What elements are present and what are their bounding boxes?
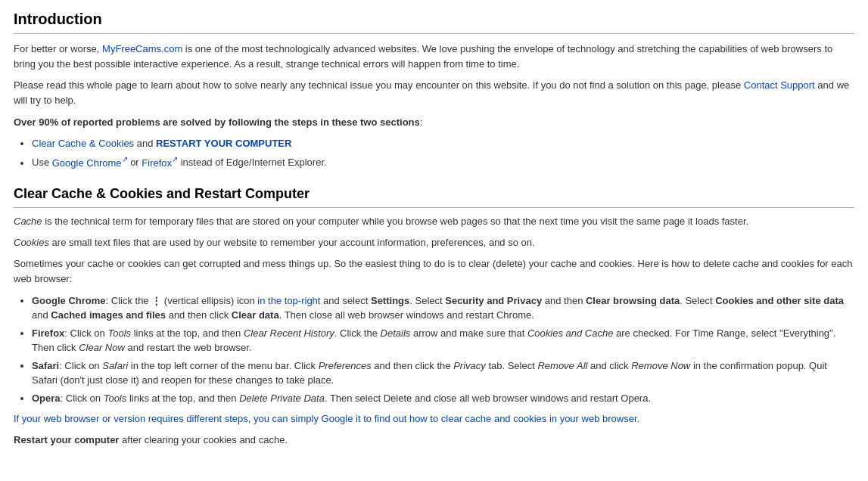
google-hint: If your web browser or version requires … [14, 411, 854, 427]
bold-note: Over 90% of reported problems are solved… [14, 115, 854, 130]
cookies-paragraph: Cookies are small text files that are us… [14, 235, 854, 250]
intro-list-item-2: Use Google Chrome or Firefox instead of … [32, 154, 854, 170]
intro-title: Introduction [14, 8, 854, 34]
restart-bold-text: Restart your computer [14, 434, 119, 445]
firefox-link[interactable]: Firefox [142, 157, 178, 169]
opera-item: Opera: Click on Tools links at the top, … [32, 391, 854, 406]
cookies-label: Cookies [14, 237, 49, 248]
sometimes-paragraph: Sometimes your cache or cookies can get … [14, 256, 854, 287]
section-title: Clear Cache & Cookies and Restart Comput… [14, 184, 854, 208]
cache-label: Cache [14, 216, 42, 227]
safari-browser-label: Safari [32, 360, 59, 371]
restart-computer-link[interactable]: RESTART YOUR COMPUTER [156, 138, 291, 149]
restart-after-text: after clearing your cookies and cache. [119, 434, 288, 445]
opera-instructions: : Click on Tools links at the top, and t… [61, 393, 651, 404]
firefox-item: Firefox: Click on Tools links at the top… [32, 326, 854, 355]
intro-list: Clear Cache & Cookies and RESTART YOUR C… [32, 136, 854, 170]
bullet2-mid: or [130, 157, 142, 169]
intro-paragraph-1: For better or worse, MyFreeCams.com is o… [14, 42, 854, 72]
bullet2-after: instead of Edge/Internet Explorer. [181, 157, 327, 169]
firefox-instructions: : Click on Tools links at the top, and t… [32, 327, 835, 354]
chrome-browser-label: Google Chrome [32, 295, 106, 306]
clear-cache-link[interactable]: Clear Cache & Cookies [32, 138, 134, 149]
bold-note-text: Over 90% of reported problems are solved… [14, 116, 420, 128]
opera-browser-label: Opera [32, 393, 61, 404]
contact-support-link[interactable]: Contact Support [744, 79, 815, 91]
intro-list-item-1: Clear Cache & Cookies and RESTART YOUR C… [32, 136, 854, 151]
bullet2-before: Use [32, 157, 52, 169]
myfreecamp-link[interactable]: MyFreeCams.com [102, 43, 182, 54]
restart-note: Restart your computer after clearing you… [14, 433, 854, 448]
intro-paragraph-2: Please read this whole page to learn abo… [14, 78, 854, 108]
cache-paragraph: Cache is the technical term for temporar… [14, 214, 854, 229]
bullet1-mid: and [137, 138, 156, 149]
safari-item: Safari: Click on Safari in the top left … [32, 358, 854, 388]
chrome-item: Google Chrome: Click the ⋮ (vertical ell… [32, 293, 854, 323]
safari-instructions: : Click on Safari in the top left corner… [32, 360, 827, 386]
chrome-link[interactable]: Google Chrome [52, 157, 128, 169]
firefox-browser-label: Firefox [32, 327, 64, 339]
chrome-instructions: : Click the ⋮ (vertical ellipsis) icon i… [32, 295, 844, 321]
browser-list: Google Chrome: Click the ⋮ (vertical ell… [32, 293, 854, 406]
